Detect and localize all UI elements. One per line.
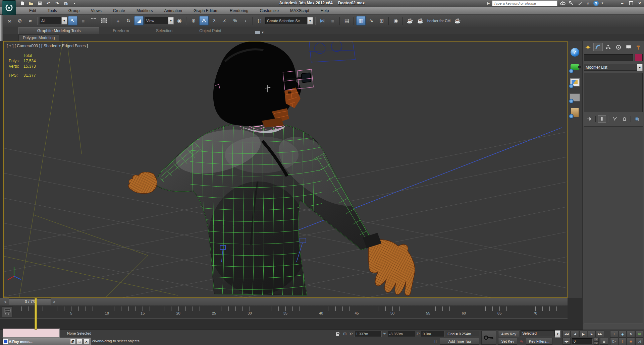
window-crossing-toggle-button[interactable] (99, 16, 109, 25)
maximize-viewport-toggle[interactable]: ◿ (635, 338, 643, 345)
menu-graph-editors[interactable]: Graph Editors (188, 8, 224, 13)
make-unique-button[interactable] (611, 115, 619, 123)
utilities-tab[interactable] (634, 43, 643, 51)
play-animation-button[interactable]: ▶ (579, 331, 587, 337)
bind-to-space-warp-button[interactable]: ≈ (25, 16, 35, 25)
door-tool-button[interactable] (570, 107, 580, 118)
qat-dropdown-button[interactable]: ▼ (71, 1, 78, 6)
minimize-button[interactable]: – (619, 0, 625, 6)
remove-modifier-button[interactable] (621, 115, 629, 123)
timeline-playhead[interactable] (35, 298, 37, 330)
select-by-name-button[interactable]: ≡ (78, 16, 88, 25)
pan-view-button[interactable]: + (610, 331, 618, 338)
menu-group[interactable]: Group (63, 8, 85, 13)
graphite-ribbon-toggle-button[interactable]: ▥ (356, 16, 366, 25)
project-folder-button[interactable] (62, 1, 69, 6)
go-to-start-button[interactable]: ◀◀ (562, 331, 571, 337)
zoom-all-button[interactable]: ⊞ (635, 331, 643, 338)
vray-maximize-button[interactable]: □ (77, 339, 83, 344)
render-production-button[interactable]: ☕ (416, 16, 425, 25)
spinner-snap-toggle-button[interactable]: ↕ (241, 16, 250, 25)
default-in-out-tangents-icon[interactable]: ∿ (519, 338, 525, 344)
next-frame-button[interactable]: ▶ (588, 331, 596, 337)
redo-button[interactable]: ↷ (54, 1, 60, 6)
tab-selection[interactable]: Selection (143, 27, 186, 34)
orbit-button[interactable]: ↻ (627, 331, 635, 338)
named-selection-sets-dropdown[interactable]: Create Selection Se ▼ (265, 17, 313, 24)
use-pivot-point-center-button[interactable]: ◉ (175, 16, 184, 25)
orbit-subobject-button[interactable]: ◉ (627, 338, 635, 345)
keyboard-shortcut-override-button[interactable] (199, 16, 209, 25)
percent-snap-toggle-button[interactable]: % (230, 16, 240, 25)
x-coordinate-field[interactable]: 1.337m (354, 331, 382, 337)
zoom-extents-button[interactable]: ◈ (619, 331, 627, 338)
field-of-view-button[interactable]: ▷ (610, 338, 618, 345)
viewport-label[interactable]: [ + ] [ Camera003 ] [ Shaded + Edged Fac… (7, 44, 88, 48)
next-frame-arrow[interactable]: > (51, 299, 58, 305)
favorites-icon[interactable]: ☆ (585, 1, 591, 6)
menu-maxscript[interactable]: MAXScript (284, 8, 315, 13)
layer-manager-button[interactable]: ▤ (342, 16, 352, 25)
menu-create[interactable]: Create (107, 8, 131, 13)
image-tool-button[interactable] (570, 77, 580, 88)
set-key-button[interactable]: Set Key (498, 338, 517, 345)
time-slider-handle[interactable]: 0 / 73 (9, 298, 51, 305)
vray-close-button[interactable]: X (84, 339, 89, 344)
select-and-scale-button[interactable]: ◢ (134, 16, 144, 25)
infocenter-search-input[interactable] (492, 0, 557, 6)
frame-spin-down[interactable]: ▼ (594, 341, 599, 345)
menu-edit[interactable]: Edit (23, 8, 42, 13)
unlink-selection-button[interactable]: ⊘ (15, 16, 24, 25)
help-dropdown-icon[interactable]: ▼ (601, 2, 604, 5)
transform-typein-toggle[interactable]: ⊞ (342, 331, 348, 337)
close-button[interactable]: × (637, 0, 643, 6)
walk-through-button[interactable]: ‼ (619, 338, 627, 345)
modifier-stack-list[interactable] (584, 73, 643, 112)
edit-named-selection-sets-button[interactable]: { } (255, 16, 264, 25)
open-mini-curve-editor-button[interactable] (2, 306, 13, 317)
open-file-button[interactable] (28, 1, 34, 6)
select-and-link-button[interactable]: ∞ (5, 16, 14, 25)
previous-frame-arrow[interactable]: < (2, 299, 9, 305)
select-object-button[interactable]: ↖ (68, 16, 77, 25)
monitor-tool-button[interactable] (570, 92, 580, 103)
select-and-rotate-button[interactable]: ↻ (124, 16, 133, 25)
snaps-toggle-button[interactable]: 3 (210, 16, 219, 25)
z-coordinate-field[interactable]: 0.0m (421, 331, 444, 337)
timeline-ruler[interactable]: 0510152025303540455055606570 (0, 305, 568, 319)
object-color-swatch[interactable] (635, 54, 643, 61)
ribbon-options-button[interactable]: ▼ (255, 31, 264, 34)
drill-tool-button[interactable] (570, 62, 580, 73)
previous-frame-button[interactable]: ◀ (571, 331, 579, 337)
search-icon[interactable] (560, 1, 566, 6)
modify-tab[interactable] (593, 43, 603, 51)
menu-modifiers[interactable]: Modifiers (131, 8, 159, 13)
maxscript-mini-listener[interactable] (3, 328, 60, 338)
motion-tab[interactable] (614, 43, 623, 51)
selection-lock-toggle[interactable] (334, 331, 340, 337)
angle-snap-toggle-button[interactable]: ∠ (220, 16, 229, 25)
mirror-button[interactable]: ⋈ (318, 16, 327, 25)
rectangular-selection-region-button[interactable] (89, 16, 98, 25)
tab-graphite-modeling-tools[interactable]: Graphite Modeling Tools (18, 27, 99, 34)
save-file-button[interactable] (36, 1, 43, 6)
undo-button[interactable]: ↶ (45, 1, 52, 6)
camera-viewport[interactable]: [ + ] [ Camera003 ] [ Shaded + Edged Fac… (3, 41, 568, 298)
select-and-manipulate-button[interactable]: ⊕ (189, 16, 198, 25)
create-tab[interactable] (583, 43, 593, 51)
render-iterative-button[interactable]: ☕ (453, 16, 462, 25)
polygon-modeling-panel[interactable]: Polygon Modeling (18, 34, 59, 41)
new-scene-button[interactable] (19, 1, 25, 6)
help-icon[interactable]: ? (593, 1, 599, 6)
configure-modifier-sets-button[interactable] (633, 115, 641, 123)
auto-key-button[interactable]: Auto Key (498, 331, 519, 337)
select-and-move-button[interactable]: + (113, 16, 123, 25)
object-name-field[interactable] (584, 54, 633, 61)
tab-object-paint[interactable]: Object Paint (186, 27, 234, 34)
communication-center-icon[interactable] (577, 1, 583, 6)
menu-views[interactable]: Views (85, 8, 107, 13)
menu-tools[interactable]: Tools (42, 8, 63, 13)
vray-restore-button[interactable]: 🗗 (70, 339, 76, 344)
pin-stack-button[interactable] (585, 115, 593, 123)
key-mode-dropdown[interactable]: Selected ▼ (521, 330, 560, 338)
